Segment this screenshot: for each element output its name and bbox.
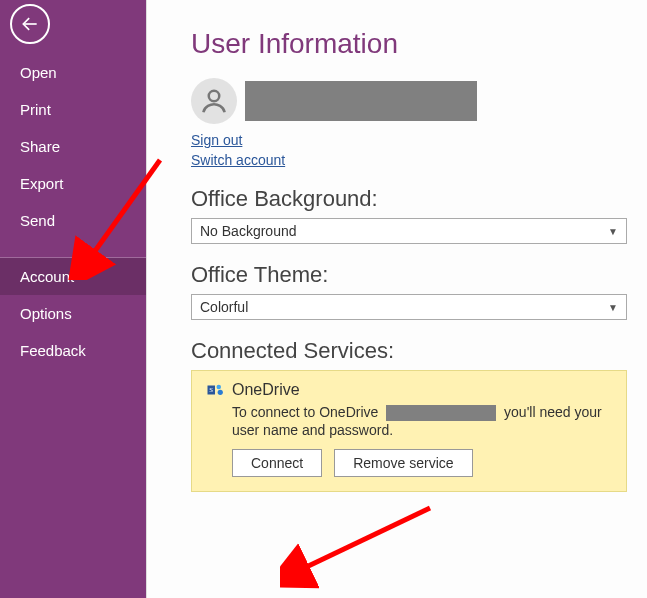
sidebar-item-export[interactable]: Export (0, 165, 146, 202)
app-root: Open Print Share Export Send Account Opt… (0, 0, 647, 598)
chevron-down-icon: ▼ (608, 226, 618, 237)
service-name: OneDrive (232, 381, 300, 399)
sharepoint-icon: S (206, 381, 224, 399)
person-icon (199, 86, 229, 116)
sidebar-item-account[interactable]: Account (0, 258, 146, 295)
office-theme-value: Colorful (200, 299, 248, 315)
avatar (191, 78, 237, 124)
connect-button[interactable]: Connect (232, 449, 322, 477)
backstage-sidebar: Open Print Share Export Send Account Opt… (0, 0, 146, 598)
office-theme-dropdown[interactable]: Colorful ▼ (191, 294, 627, 320)
sidebar-item-print[interactable]: Print (0, 91, 146, 128)
user-row (191, 78, 627, 124)
arrow-left-icon (20, 14, 40, 34)
back-button[interactable] (10, 4, 50, 44)
page-title: User Information (191, 28, 627, 60)
office-background-dropdown[interactable]: No Background ▼ (191, 218, 627, 244)
connected-services-heading: Connected Services: (191, 338, 627, 364)
service-account-redacted (386, 405, 496, 421)
office-background-value: No Background (200, 223, 297, 239)
chevron-down-icon: ▼ (608, 302, 618, 313)
user-name-redacted (245, 81, 477, 121)
sidebar-item-share[interactable]: Share (0, 128, 146, 165)
sign-out-link[interactable]: Sign out (191, 132, 242, 148)
switch-account-link[interactable]: Switch account (191, 152, 285, 168)
sidebar-item-open[interactable]: Open (0, 54, 146, 91)
svg-text:S: S (209, 386, 213, 393)
office-background-heading: Office Background: (191, 186, 627, 212)
svg-point-5 (218, 390, 223, 395)
sidebar-item-feedback[interactable]: Feedback (0, 332, 146, 369)
sidebar-item-options[interactable]: Options (0, 295, 146, 332)
connected-service-card: S OneDrive To connect to OneDrive you'll… (191, 370, 627, 492)
svg-point-4 (217, 385, 222, 390)
svg-point-1 (209, 91, 220, 102)
remove-service-button[interactable]: Remove service (334, 449, 472, 477)
main-panel: User Information Sign out Switch account… (146, 0, 647, 598)
service-description: To connect to OneDrive you'll need your … (232, 403, 612, 439)
sidebar-item-send[interactable]: Send (0, 202, 146, 239)
office-theme-heading: Office Theme: (191, 262, 627, 288)
